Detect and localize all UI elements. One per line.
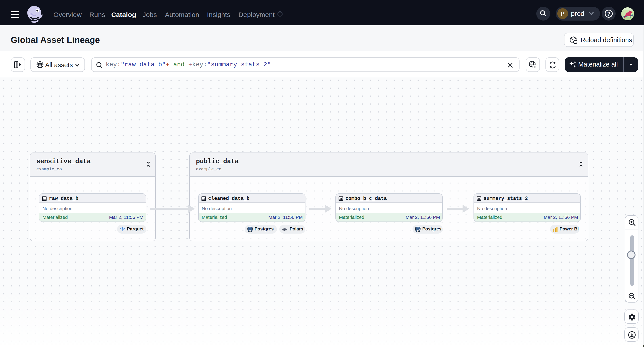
svg-text:?: ? <box>607 11 610 17</box>
